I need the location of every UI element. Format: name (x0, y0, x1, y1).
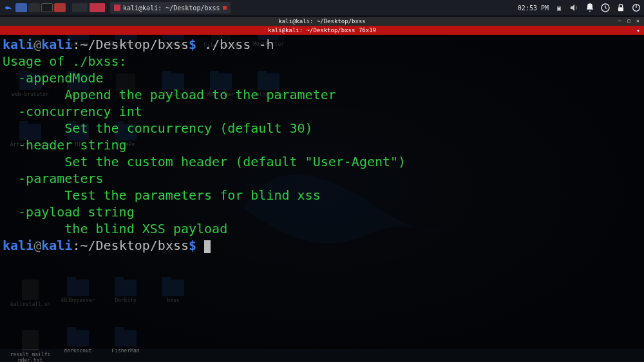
output-flag-appendmode: -appendMode (3, 70, 104, 86)
output-flag-payload-desc: the blind XSS payload (3, 221, 227, 236)
output-flag-parameters-desc: Test the parameters for blind xss (3, 187, 321, 203)
taskbar-window-item[interactable]: kali@kali: ~/Desktop/bxss (110, 2, 231, 14)
output-flag-parameters: -parameters (3, 171, 104, 186)
taskbar-right: 02:53 PM ▣ (518, 3, 641, 13)
prompt-host: kali (41, 37, 72, 52)
terminal-body[interactable]: kali@kali:~/Desktop/bxss$ ./bxss -h Usag… (0, 35, 644, 349)
output-flag-header: -header string (3, 137, 127, 153)
workspace-2[interactable] (90, 3, 105, 12)
taskbar: kali@kali: ~/Desktop/bxss 02:53 PM ▣ (0, 0, 644, 15)
prompt-colon-2: : (72, 238, 80, 253)
output-flag-header-desc: Set the custom header (default "User-Age… (3, 154, 406, 169)
power-icon[interactable] (631, 3, 641, 13)
svg-rect-1 (618, 7, 623, 11)
workspace-1[interactable] (72, 3, 88, 12)
window-icon (114, 5, 120, 11)
output-flag-concurrency-desc: Set the concurrency (default 30) (3, 120, 313, 136)
desktop-item-label: dorkscout (64, 348, 91, 354)
app-icon[interactable] (54, 3, 66, 12)
lock-icon[interactable] (616, 3, 626, 13)
output-flag-appendmode-desc: Append the payload to the parameter (3, 87, 336, 102)
terminal-window: kali@kali: ~/Desktop/bxss – ▢ ✕ kali@kal… (0, 17, 644, 349)
browser-icon[interactable] (28, 3, 40, 12)
window-controls: – ▢ ✕ (618, 19, 641, 24)
tab-dropdown-icon[interactable]: ▾ (636, 27, 640, 34)
close-button[interactable]: ✕ (636, 19, 641, 24)
terminal-launcher-icon[interactable] (41, 3, 53, 12)
prompt-at-2: @ (33, 238, 41, 253)
output-flag-concurrency: -concurrency int (3, 104, 142, 119)
output-usage: Usage of ./bxss: (3, 53, 127, 69)
tab-bar: kali@kali: ~/Desktop/bxss 76x19 ▾ (0, 26, 644, 35)
prompt-path: ~/Desktop/bxss (80, 37, 189, 52)
notifications-icon[interactable] (585, 3, 595, 13)
volume-icon[interactable] (569, 3, 580, 13)
workspace-overview-icon[interactable]: ▣ (554, 3, 564, 13)
output-flag-payload: -payload string (3, 204, 135, 220)
cursor (204, 240, 211, 253)
kali-menu-icon[interactable] (3, 2, 14, 14)
titlebar[interactable]: kali@kali: ~/Desktop/bxss – ▢ ✕ (0, 17, 644, 26)
prompt-host-2: kali (41, 238, 72, 253)
window-title: kali@kali: ~/Desktop/bxss (278, 18, 365, 24)
prompt-colon: : (72, 37, 80, 52)
workspace-switcher[interactable] (72, 3, 105, 12)
prompt-user-2: kali (3, 238, 33, 253)
prompt-dollar: $ (189, 37, 196, 52)
tab-active[interactable]: kali@kali: ~/Desktop/bxss 76x19 (268, 27, 376, 33)
desktop-item-label: FisherMan (111, 348, 139, 354)
file-manager-icon[interactable] (15, 3, 27, 12)
minimize-button[interactable]: – (618, 19, 623, 24)
prompt-path-2: ~/Desktop/bxss (80, 238, 189, 253)
desktop[interactable]: TrashosreconBlackDragonjuumlaFile System… (0, 15, 644, 362)
maximize-button[interactable]: ▢ (627, 19, 632, 24)
prompt-user: kali (3, 37, 33, 52)
desktop-item-label: result_mailfinder.txt (9, 352, 52, 362)
task-label: kali@kali: ~/Desktop/bxss (123, 5, 220, 12)
updates-icon[interactable] (600, 3, 611, 13)
taskbar-left: kali@kali: ~/Desktop/bxss (3, 2, 231, 14)
clock[interactable]: 02:53 PM (518, 5, 549, 12)
prompt-dollar-2: $ (189, 238, 196, 253)
prompt-at: @ (33, 37, 41, 52)
command-1: ./bxss -h (204, 37, 274, 52)
task-indicator-icon (223, 6, 227, 10)
